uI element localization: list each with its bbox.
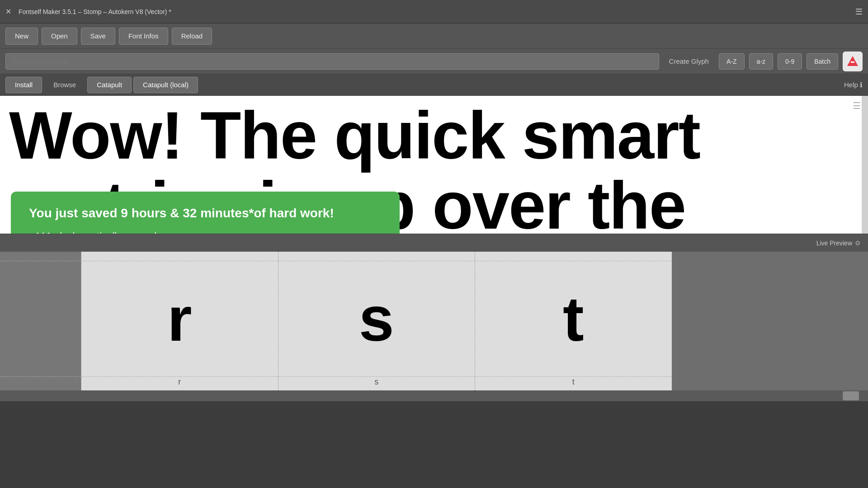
catapult-local-tab[interactable]: Catapult (local) <box>133 77 198 93</box>
preview-vertical-scrollbar[interactable] <box>862 96 868 234</box>
savings-title: You just saved 9 hours & 32 minutes*of h… <box>29 206 382 221</box>
horizontal-scrollbar[interactable] <box>0 390 868 401</box>
svg-marker-0 <box>847 56 858 66</box>
settings-gear-icon[interactable]: ⚙ <box>855 239 861 247</box>
hamburger-menu-icon[interactable]: ☰ <box>855 7 863 17</box>
glyph-grid-empty <box>672 252 868 390</box>
character-search-input[interactable] <box>5 53 659 70</box>
font-preview-area: ☰ Wow! The quick smart metrics jump over… <box>0 96 868 234</box>
font-infos-button[interactable]: Font Infos <box>119 28 168 45</box>
help-label: Help <box>844 81 858 89</box>
help-button[interactable]: Help ℹ <box>844 81 863 89</box>
info-icon: ℹ <box>860 81 863 89</box>
glyph-col-t[interactable]: t t <box>475 252 672 390</box>
preview-line-1: Wow! The quick smart <box>9 100 859 170</box>
title-bar: ✕ Fontself Maker 3.5.1 – Stomp – Autoker… <box>0 0 868 23</box>
glyph-col-empty <box>0 252 81 390</box>
az-button[interactable]: A-Z <box>719 53 745 70</box>
glyph-label-s: s <box>374 377 378 390</box>
az-lower-button[interactable]: a-z <box>749 53 773 70</box>
fontself-logo-icon <box>846 55 859 68</box>
savings-line-1: - 111 glyphs optically spaced <box>29 228 382 234</box>
glyph-col-s[interactable]: s s <box>278 252 476 390</box>
toolbar: New Open Save Font Infos Reload <box>0 23 868 49</box>
window-title: Fontself Maker 3.5.1 – Stomp – Autokern … <box>19 8 171 15</box>
install-tab[interactable]: Install <box>5 77 42 93</box>
fontself-logo[interactable] <box>843 52 863 71</box>
open-button[interactable]: Open <box>42 28 77 45</box>
scroll-thumb[interactable] <box>843 391 859 400</box>
glyph-char-s: s <box>359 252 394 377</box>
batch-button[interactable]: Batch <box>807 53 838 70</box>
glyph-char-r: r <box>167 252 192 377</box>
glyph-label-r: r <box>178 377 181 390</box>
glyph-grid: r r s s t t <box>0 252 868 390</box>
savings-popup: You just saved 9 hours & 32 minutes*of h… <box>11 192 400 234</box>
close-button[interactable]: ✕ <box>5 7 11 16</box>
live-preview-bar: Live Preview ⚙ <box>0 234 868 252</box>
browse-tab[interactable]: Browse <box>44 77 85 93</box>
live-preview-label: Live Preview <box>816 239 852 247</box>
glyph-label-t: t <box>572 377 575 390</box>
numbers-button[interactable]: 0-9 <box>778 53 802 70</box>
glyph-col-r[interactable]: r r <box>81 252 278 390</box>
save-button[interactable]: Save <box>81 28 115 45</box>
svg-rect-1 <box>851 61 854 63</box>
catapult-tab[interactable]: Catapult <box>87 77 132 93</box>
glyph-char-t: t <box>563 252 584 377</box>
savings-stats: - 111 glyphs optically spaced - 93 kerni… <box>29 228 382 234</box>
nav-bar: Install Browse Catapult Catapult (local)… <box>0 74 868 96</box>
reload-button[interactable]: Reload <box>172 28 212 45</box>
search-action-bar: Create Glyph A-Z a-z 0-9 Batch <box>0 49 868 74</box>
new-button[interactable]: New <box>5 28 38 45</box>
create-glyph-button[interactable]: Create Glyph <box>664 57 714 65</box>
preview-menu-icon[interactable]: ☰ <box>853 100 861 111</box>
